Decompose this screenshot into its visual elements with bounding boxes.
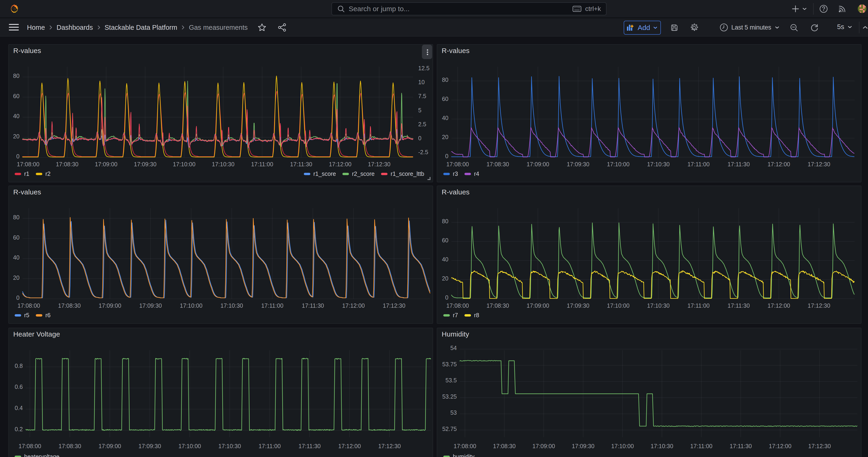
- svg-text:17:10:00: 17:10:00: [607, 302, 629, 309]
- svg-text:17:09:30: 17:09:30: [134, 161, 156, 167]
- svg-text:17:10:00: 17:10:00: [180, 302, 203, 309]
- svg-text:53.5: 53.5: [445, 377, 457, 384]
- svg-text:17:12:30: 17:12:30: [378, 443, 401, 449]
- svg-text:0: 0: [445, 153, 448, 159]
- svg-text:17:09:00: 17:09:00: [99, 302, 121, 309]
- svg-text:17:11:00: 17:11:00: [258, 443, 281, 449]
- svg-text:17:10:00: 17:10:00: [178, 443, 201, 449]
- svg-text:17:12:30: 17:12:30: [808, 302, 830, 309]
- svg-text:40: 40: [13, 113, 20, 119]
- svg-text:17:09:30: 17:09:30: [139, 302, 162, 309]
- svg-text:17:08:30: 17:08:30: [493, 443, 516, 449]
- svg-text:12.5: 12.5: [418, 65, 430, 71]
- svg-text:17:12:00: 17:12:00: [768, 161, 790, 167]
- svg-text:17:12:00: 17:12:00: [338, 443, 361, 449]
- svg-text:17:09:00: 17:09:00: [95, 161, 117, 167]
- svg-text:0: 0: [16, 295, 20, 301]
- svg-text:20: 20: [13, 133, 20, 140]
- svg-text:0.2: 0.2: [14, 426, 23, 432]
- svg-text:53.25: 53.25: [442, 393, 457, 400]
- svg-text:17:12:00: 17:12:00: [329, 161, 351, 167]
- svg-text:17:11:30: 17:11:30: [730, 443, 752, 449]
- svg-text:17:09:00: 17:09:00: [527, 161, 549, 167]
- svg-text:17:12:00: 17:12:00: [342, 302, 365, 309]
- svg-text:17:10:30: 17:10:30: [647, 302, 670, 309]
- svg-text:17:08:30: 17:08:30: [487, 161, 509, 167]
- svg-text:17:08:00: 17:08:00: [446, 302, 469, 309]
- svg-text:0: 0: [16, 153, 20, 159]
- svg-text:20: 20: [13, 274, 20, 281]
- svg-text:17:08:00: 17:08:00: [446, 161, 469, 167]
- svg-text:53.75: 53.75: [442, 361, 457, 367]
- svg-text:17:08:00: 17:08:00: [454, 443, 476, 449]
- svg-text:80: 80: [442, 77, 448, 83]
- svg-text:60: 60: [13, 93, 20, 99]
- svg-text:0.4: 0.4: [14, 405, 23, 411]
- svg-text:17:12:00: 17:12:00: [768, 302, 790, 309]
- svg-text:20: 20: [442, 275, 448, 282]
- svg-text:0.6: 0.6: [14, 384, 23, 390]
- svg-text:2.5: 2.5: [418, 121, 426, 127]
- svg-text:80: 80: [13, 214, 20, 220]
- svg-text:17:09:30: 17:09:30: [138, 443, 161, 449]
- svg-text:80: 80: [13, 72, 20, 79]
- svg-text:17:11:30: 17:11:30: [727, 302, 750, 309]
- svg-text:17:09:30: 17:09:30: [572, 443, 594, 449]
- svg-text:54: 54: [450, 345, 457, 351]
- svg-text:5: 5: [418, 107, 422, 114]
- svg-text:0.8: 0.8: [14, 363, 23, 369]
- svg-text:60: 60: [442, 237, 448, 244]
- svg-text:17:12:30: 17:12:30: [808, 443, 831, 449]
- svg-text:17:10:00: 17:10:00: [611, 443, 634, 449]
- svg-text:17:08:00: 17:08:00: [17, 161, 39, 167]
- svg-text:17:11:30: 17:11:30: [299, 443, 320, 449]
- svg-text:60: 60: [13, 234, 20, 241]
- svg-text:17:10:30: 17:10:30: [220, 302, 243, 309]
- svg-text:17:09:30: 17:09:30: [567, 161, 589, 167]
- svg-text:17:11:00: 17:11:00: [251, 161, 273, 167]
- svg-text:17:10:00: 17:10:00: [173, 161, 195, 167]
- svg-text:17:10:30: 17:10:30: [651, 443, 673, 449]
- svg-text:17:09:00: 17:09:00: [532, 443, 555, 449]
- svg-text:53: 53: [450, 409, 457, 416]
- svg-text:17:08:30: 17:08:30: [58, 302, 81, 309]
- svg-text:60: 60: [442, 96, 448, 102]
- svg-text:17:11:30: 17:11:30: [290, 161, 312, 167]
- svg-text:17:08:00: 17:08:00: [18, 302, 40, 309]
- svg-text:17:10:30: 17:10:30: [647, 161, 670, 167]
- svg-text:40: 40: [13, 254, 20, 261]
- svg-text:17:12:30: 17:12:30: [368, 161, 390, 167]
- svg-text:17:11:00: 17:11:00: [687, 302, 710, 309]
- svg-text:17:09:30: 17:09:30: [567, 302, 589, 309]
- svg-text:17:10:30: 17:10:30: [212, 161, 234, 167]
- svg-text:17:08:00: 17:08:00: [19, 443, 41, 449]
- svg-text:17:11:00: 17:11:00: [690, 443, 712, 449]
- svg-text:17:10:00: 17:10:00: [607, 161, 629, 167]
- svg-text:17:10:30: 17:10:30: [218, 443, 241, 449]
- svg-text:17:09:00: 17:09:00: [527, 302, 549, 309]
- svg-text:17:11:30: 17:11:30: [302, 302, 324, 309]
- svg-text:0: 0: [418, 135, 422, 142]
- svg-text:17:09:00: 17:09:00: [99, 443, 121, 449]
- svg-text:17:08:30: 17:08:30: [59, 443, 81, 449]
- svg-text:80: 80: [442, 218, 448, 224]
- svg-text:40: 40: [442, 115, 448, 121]
- svg-text:17:11:00: 17:11:00: [261, 302, 283, 309]
- svg-text:10: 10: [418, 79, 425, 85]
- svg-text:17:11:30: 17:11:30: [727, 161, 750, 167]
- svg-text:17:12:00: 17:12:00: [769, 443, 791, 449]
- svg-text:0: 0: [445, 294, 448, 301]
- svg-text:-2.5: -2.5: [418, 149, 428, 155]
- svg-text:40: 40: [442, 256, 448, 263]
- svg-text:7.5: 7.5: [418, 93, 426, 99]
- svg-text:17:11:00: 17:11:00: [687, 161, 710, 167]
- svg-text:52.75: 52.75: [442, 426, 457, 432]
- svg-text:17:12:30: 17:12:30: [383, 302, 405, 309]
- svg-text:17:12:30: 17:12:30: [808, 161, 830, 167]
- svg-text:17:08:30: 17:08:30: [487, 302, 509, 309]
- svg-text:20: 20: [442, 134, 448, 140]
- svg-text:17:08:30: 17:08:30: [56, 161, 78, 167]
